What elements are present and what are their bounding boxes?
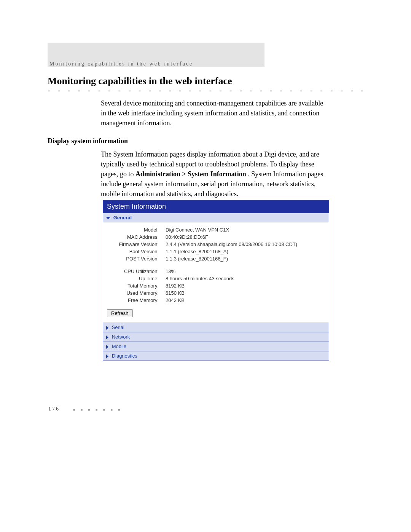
accordion-serial[interactable]: Serial xyxy=(103,323,329,332)
row-post-key: POST Version: xyxy=(107,256,159,262)
body-text-bold: Administration > System Information xyxy=(135,170,246,178)
caret-right-icon xyxy=(106,326,108,330)
accordion-network-label: Network xyxy=(112,334,130,340)
section-title: Monitoring capabilities in the web inter… xyxy=(48,75,232,87)
row-model-key: Model: xyxy=(107,227,159,233)
general-body: Model: Digi Connect WAN VPN C1X MAC Addr… xyxy=(103,222,329,323)
info-grid: Model: Digi Connect WAN VPN C1X MAC Addr… xyxy=(107,227,325,303)
row-freemem-key: Free Memory: xyxy=(107,297,159,303)
row-post-value: 1.1.3 (release_82001166_F) xyxy=(166,256,325,262)
intro-paragraph: Several device monitoring and connection… xyxy=(101,98,329,128)
accordion-serial-label: Serial xyxy=(112,324,124,330)
accordion-mobile-label: Mobile xyxy=(112,343,126,349)
row-uptime-key: Up Time: xyxy=(107,276,159,281)
caret-down-icon xyxy=(106,217,110,219)
row-uptime-value: 8 hours 50 minutes 43 seconds xyxy=(166,276,325,281)
accordion-general-label: General xyxy=(113,215,132,220)
accordion-diagnostics[interactable]: Diagnostics xyxy=(103,351,329,361)
accordion-mobile[interactable]: Mobile xyxy=(103,342,329,351)
row-freemem-value: 2042 KB xyxy=(166,297,325,303)
caret-right-icon xyxy=(106,345,108,349)
panel-title: System Information xyxy=(103,200,329,213)
running-head: Monitoring capabilities in the web inter… xyxy=(49,61,193,67)
document-page: Monitoring capabilities in the web inter… xyxy=(0,0,411,532)
refresh-button[interactable]: Refresh xyxy=(107,309,133,317)
row-boot-value: 1.1.1 (release_82001168_A) xyxy=(166,249,325,254)
accordion-network[interactable]: Network xyxy=(103,332,329,342)
row-totalmem-key: Total Memory: xyxy=(107,283,159,289)
body-paragraph: The System Information pages display inf… xyxy=(101,149,331,199)
accordion-general[interactable]: General xyxy=(103,213,329,222)
row-model-value: Digi Connect WAN VPN C1X xyxy=(166,227,325,233)
row-firmware-key: Firmware Version: xyxy=(107,241,159,247)
row-cpu-key: CPU Utilization: xyxy=(107,268,159,274)
accordion-diagnostics-label: Diagnostics xyxy=(112,353,137,359)
caret-right-icon xyxy=(106,355,108,358)
row-mac-value: 00:40:9D:28:DD:6F xyxy=(166,234,325,240)
row-boot-key: Boot Version: xyxy=(107,249,159,254)
row-cpu-value: 13% xyxy=(166,268,325,274)
row-usedmem-key: Used Memory: xyxy=(107,290,159,296)
grid-spacer xyxy=(107,263,325,267)
dotted-rule: ■ ■ ■ ■ ■ ■ ■ ■ ■ ■ ■ ■ ■ ■ ■ ■ ■ ■ ■ ■ … xyxy=(48,89,363,91)
page-number: 176 xyxy=(48,406,60,412)
subsection-title: Display system information xyxy=(48,137,128,145)
caret-right-icon xyxy=(106,335,108,339)
row-totalmem-value: 8192 KB xyxy=(166,283,325,289)
system-information-panel: System Information General Model: Digi C… xyxy=(103,200,329,361)
row-usedmem-value: 6150 KB xyxy=(166,290,325,296)
row-mac-key: MAC Address: xyxy=(107,234,159,240)
row-firmware-value: 2.4.4 (Version shaapala.digi.com 08/08/2… xyxy=(166,241,325,247)
footer-dots: ■ ■ ■ ■ ■ ■ ■ xyxy=(73,408,123,412)
